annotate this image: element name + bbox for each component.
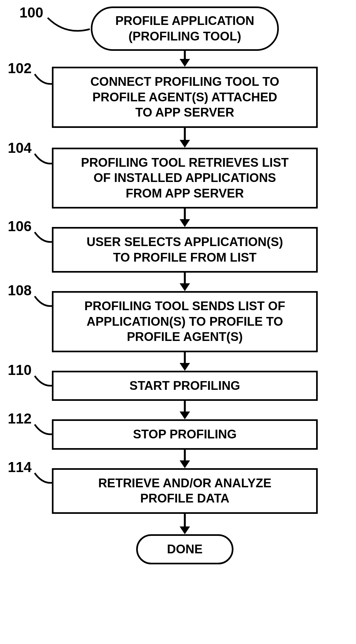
step-108-l1: PROFILING TOOL SENDS LIST OF: [63, 299, 306, 314]
step-104-l2: OF INSTALLED APPLICATIONS: [63, 170, 306, 186]
step-112: STOP PROFILING: [52, 419, 318, 450]
step-106-l1: USER SELECTS APPLICATION(S): [63, 234, 306, 250]
ref-106: 106: [8, 218, 31, 234]
arrow-104-106: [180, 209, 190, 227]
start-line2: (PROFILING TOOL): [105, 29, 264, 44]
arrow-112-114: [180, 450, 190, 468]
step-106-l2: TO PROFILE FROM LIST: [63, 250, 306, 266]
arrow-114-done: [180, 514, 190, 534]
step-102-l2: PROFILE AGENT(S) ATTACHED: [63, 90, 306, 105]
callout-100: [46, 16, 91, 36]
step-108-l3: PROFILE AGENT(S): [63, 329, 306, 345]
step-102-l3: TO APP SERVER: [63, 105, 306, 120]
done-node: DONE: [136, 534, 233, 565]
arrow-110-112: [180, 401, 190, 419]
flowchart: 100 PROFILE APPLICATION (PROFILING TOOL)…: [52, 6, 318, 564]
step-104-l3: FROM APP SERVER: [63, 186, 306, 201]
start-line1: PROFILE APPLICATION: [105, 13, 264, 29]
step-112-l1: STOP PROFILING: [63, 427, 306, 442]
step-102-l1: CONNECT PROFILING TOOL TO: [63, 74, 306, 90]
step-114-l2: PROFILE DATA: [63, 491, 306, 506]
ref-100: 100: [19, 5, 43, 21]
step-114-l1: RETRIEVE AND/OR ANALYZE: [63, 476, 306, 491]
arrow-102-104: [180, 128, 190, 148]
start-node: PROFILE APPLICATION (PROFILING TOOL): [91, 6, 279, 51]
step-110: START PROFILING: [52, 371, 318, 401]
done-label: DONE: [151, 542, 219, 557]
ref-110: 110: [8, 362, 31, 378]
step-114: RETRIEVE AND/OR ANALYZE PROFILE DATA: [52, 468, 318, 514]
step-108: PROFILING TOOL SENDS LIST OF APPLICATION…: [52, 291, 318, 352]
ref-102: 102: [8, 60, 31, 76]
arrow-106-108: [180, 273, 190, 291]
arrow-108-110: [180, 352, 190, 371]
step-104-l1: PROFILING TOOL RETRIEVES LIST: [63, 155, 306, 171]
step-108-l2: APPLICATION(S) TO PROFILE TO: [63, 314, 306, 330]
arrow-100-102: [180, 51, 190, 67]
step-110-l1: START PROFILING: [63, 378, 306, 394]
step-102: CONNECT PROFILING TOOL TO PROFILE AGENT(…: [52, 67, 318, 128]
step-106: USER SELECTS APPLICATION(S) TO PROFILE F…: [52, 227, 318, 273]
ref-108: 108: [8, 282, 31, 299]
ref-112: 112: [8, 411, 31, 427]
step-104: PROFILING TOOL RETRIEVES LIST OF INSTALL…: [52, 148, 318, 209]
ref-104: 104: [8, 140, 31, 156]
ref-114: 114: [8, 459, 31, 475]
